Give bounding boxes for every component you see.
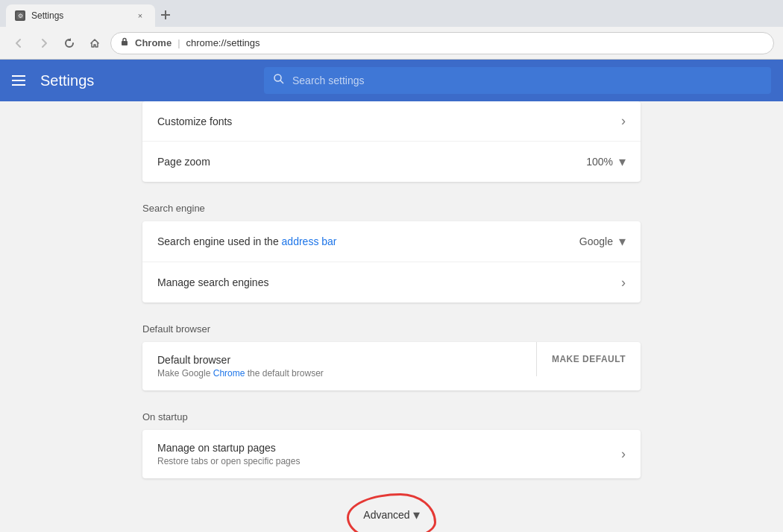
page-zoom-value[interactable]: 100% ▾ [586, 153, 626, 170]
search-engine-row[interactable]: Search engine used in the address bar Go… [142, 221, 641, 262]
search-engine-card: Search engine used in the address bar Go… [142, 221, 641, 303]
customize-fonts-arrow-icon: › [621, 113, 626, 129]
startup-pages-row[interactable]: Manage on startup pages Restore tabs or … [142, 430, 641, 478]
startup-pages-desc: Restore tabs or open specific pages [157, 456, 621, 466]
tab-bar: ⚙ Settings × [0, 0, 783, 27]
chrome-link[interactable]: Chrome [213, 368, 245, 379]
search-engine-dropdown-icon: ▾ [619, 233, 626, 250]
address-bar[interactable]: Chrome | chrome://settings [110, 32, 774, 54]
advanced-dropdown-icon: ▾ [413, 507, 420, 523]
settings-header: Settings [0, 60, 783, 101]
svg-line-6 [280, 80, 283, 83]
new-tab-button[interactable] [155, 4, 176, 25]
appearance-card: Customize fonts › Page zoom 100% ▾ [142, 101, 641, 182]
settings-main: Customize fonts › Page zoom 100% ▾ Searc… [130, 101, 652, 529]
page-zoom-row[interactable]: Page zoom 100% ▾ [142, 142, 641, 182]
manage-search-engines-label: Manage search engines [157, 276, 621, 288]
search-engine-label: Search engine used in the address bar [157, 235, 579, 247]
default-browser-card: Default browser Make Google Chrome the d… [142, 342, 641, 390]
chrome-label: Chrome [135, 37, 172, 48]
search-bar[interactable] [264, 67, 771, 94]
startup-pages-arrow-icon: › [621, 446, 626, 462]
default-browser-content: Default browser Make Google Chrome the d… [157, 354, 536, 379]
advanced-area: Advanced ▾ [142, 501, 641, 529]
tab-favicon: ⚙ [15, 10, 25, 21]
nav-bar: Chrome | chrome://settings [0, 27, 783, 60]
settings-content: Customize fonts › Page zoom 100% ▾ Searc… [0, 101, 783, 532]
address-bar-link[interactable]: address bar [282, 235, 337, 247]
search-engine-value[interactable]: Google ▾ [579, 233, 626, 250]
reload-button[interactable] [60, 34, 79, 53]
tab-title: Settings [31, 10, 63, 21]
startup-pages-title: Manage on startup pages [157, 442, 621, 454]
on-startup-section-label: On startup [142, 396, 641, 430]
tab-close-button[interactable]: × [134, 10, 146, 22]
svg-text:⚙: ⚙ [18, 13, 23, 19]
advanced-button[interactable]: Advanced ▾ [351, 501, 431, 529]
default-browser-row: Default browser Make Google Chrome the d… [142, 342, 641, 390]
settings-page-title: Settings [40, 72, 94, 89]
page-zoom-label: Page zoom [157, 156, 586, 168]
browser-frame: ⚙ Settings × Chrome | chrome://set [0, 0, 783, 532]
svg-rect-4 [122, 41, 128, 45]
svg-rect-3 [161, 14, 170, 16]
default-browser-title: Default browser [157, 354, 536, 366]
back-button[interactable] [9, 34, 28, 53]
page-zoom-dropdown-icon: ▾ [619, 153, 626, 170]
active-tab[interactable]: ⚙ Settings × [6, 4, 155, 27]
customize-fonts-row[interactable]: Customize fonts › [142, 101, 641, 142]
forward-button[interactable] [34, 34, 54, 53]
search-input[interactable] [292, 75, 762, 86]
advanced-label: Advanced [363, 509, 409, 521]
hamburger-menu-button[interactable] [12, 75, 25, 86]
search-engine-section-label: Search engine [142, 188, 641, 221]
on-startup-card: Manage on startup pages Restore tabs or … [142, 430, 641, 478]
make-default-button[interactable]: MAKE DEFAULT [536, 342, 641, 376]
customize-fonts-label: Customize fonts [157, 115, 621, 127]
settings-page: Settings Customize fonts › Page zoom [0, 60, 783, 532]
home-button[interactable] [85, 34, 104, 53]
page-zoom-text: 100% [586, 156, 613, 168]
default-browser-desc: Make Google Chrome the default browser [157, 368, 536, 379]
search-icon [273, 73, 285, 88]
manage-search-engines-arrow-icon: › [621, 275, 626, 291]
startup-pages-content: Manage on startup pages Restore tabs or … [157, 442, 621, 466]
url-separator: | [177, 37, 180, 48]
lock-icon [120, 37, 129, 48]
manage-search-engines-row[interactable]: Manage search engines › [142, 262, 641, 303]
svg-point-5 [274, 75, 281, 81]
url-display: chrome://settings [186, 37, 260, 48]
default-browser-section-label: Default browser [142, 308, 641, 342]
search-engine-text: Google [579, 235, 613, 247]
